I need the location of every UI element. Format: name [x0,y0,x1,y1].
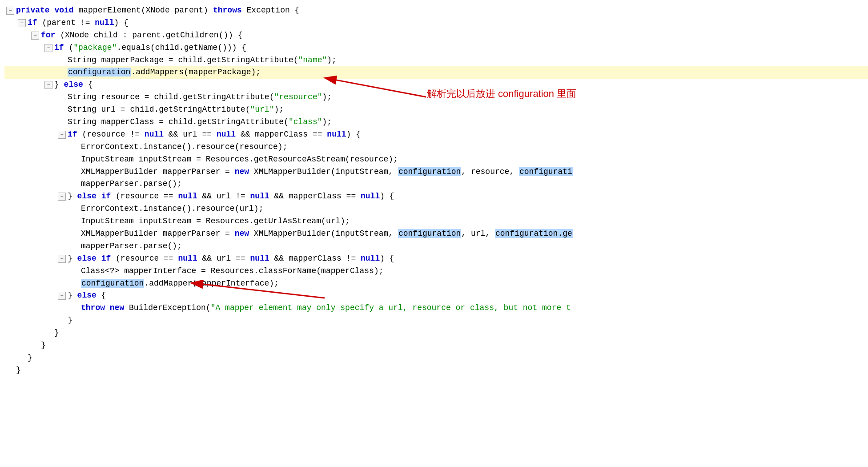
code-text: for (XNode child : parent.getChildren())… [41,29,243,42]
code-line: − for (XNode child : parent.getChildren(… [4,29,868,42]
code-text: InputStream inputStream = Resources.getR… [81,153,398,166]
code-line: } [4,352,868,364]
code-text: } [16,364,21,377]
code-text: String mapperClass = child.getStringAttr… [68,116,332,129]
code-line: − if ("package".equals(child.getName()))… [4,42,868,54]
code-line: String resource = child.getStringAttribu… [4,91,868,104]
code-line: − if (parent != null) { [4,17,868,29]
code-text: ErrorContext.instance().resource(url); [81,203,263,215]
code-line: InputStream inputStream = Resources.getU… [4,215,868,228]
fold-icon[interactable]: − [6,7,14,15]
code-line: − } else { [4,79,868,91]
fold-icon[interactable]: − [44,44,52,52]
code-line: XMLMapperBuilder mapperParser = new XMLM… [4,166,868,178]
code-text: String url = child.getStringAttribute("u… [68,104,284,116]
code-text: } [28,352,32,364]
code-text: Class<?> mapperInterface = Resources.cla… [81,265,384,278]
fold-icon[interactable]: − [58,255,66,263]
code-line: String url = child.getStringAttribute("u… [4,104,868,116]
fold-icon[interactable]: − [18,19,26,27]
fold-icon[interactable]: − [44,81,52,89]
code-line: − } else if (resource == null && url == … [4,253,868,265]
code-text: } [41,339,46,352]
code-text: } [68,314,72,327]
code-line: − } else { [4,290,868,302]
code-text: if ("package".equals(child.getName())) { [54,42,246,54]
code-text: ErrorContext.instance().resource(resourc… [81,141,287,153]
code-text: String resource = child.getStringAttribu… [68,91,332,104]
code-line: String mapperPackage = child.getStringAt… [4,54,868,67]
code-line: − private void mapperElement(XNode paren… [4,4,868,17]
code-text: XMLMapperBuilder mapperParser = new XMLM… [81,228,573,240]
code-text: InputStream inputStream = Resources.getU… [81,215,350,228]
code-line-highlighted: configuration.addMappers(mapperPackage); [4,66,868,79]
code-line: configuration.addMapper(mapperInterface)… [4,278,868,290]
code-line: } [4,339,868,352]
code-text: mapperParser.parse(); [81,240,182,253]
code-line: XMLMapperBuilder mapperParser = new XMLM… [4,228,868,240]
code-text: } else { [54,79,92,91]
code-text: if (parent != null) { [28,17,129,29]
code-line: ErrorContext.instance().resource(resourc… [4,141,868,153]
code-line: Class<?> mapperInterface = Resources.cla… [4,265,868,278]
code-line: String mapperClass = child.getStringAttr… [4,116,868,129]
code-text: private void mapperElement(XNode parent)… [16,4,299,17]
code-text: } else { [68,290,106,302]
code-text: } [54,327,59,339]
code-line: − if (resource != null && url == null &&… [4,129,868,141]
code-text: String mapperPackage = child.getStringAt… [68,54,337,67]
code-text: mapperParser.parse(); [81,178,182,190]
code-line-throw: throw new BuilderException("A mapper ele… [4,302,868,314]
code-line: − } else if (resource == null && url != … [4,190,868,203]
code-text: } else if (resource == null && url != nu… [68,190,394,203]
fold-icon[interactable]: − [58,292,66,300]
code-line: ErrorContext.instance().resource(url); [4,203,868,215]
code-line: mapperParser.parse(); [4,178,868,190]
code-line: } [4,327,868,339]
fold-icon[interactable]: − [58,193,66,201]
fold-icon[interactable]: − [58,131,66,139]
code-text: configuration.addMapper(mapperInterface)… [81,278,279,290]
fold-icon[interactable]: − [31,32,39,40]
code-text: throw new BuilderException("A mapper ele… [81,302,571,314]
code-line: mapperParser.parse(); [4,240,868,253]
code-line: } [4,314,868,327]
code-text: if (resource != null && url == null && m… [68,129,361,141]
code-text: } else if (resource == null && url == nu… [68,253,394,265]
code-line: } [4,364,868,377]
code-text: configuration.addMappers(mapperPackage); [68,66,261,79]
code-line: InputStream inputStream = Resources.getR… [4,153,868,166]
code-container: − private void mapperElement(XNode paren… [0,0,868,467]
code-text: XMLMapperBuilder mapperParser = new XMLM… [81,166,573,178]
